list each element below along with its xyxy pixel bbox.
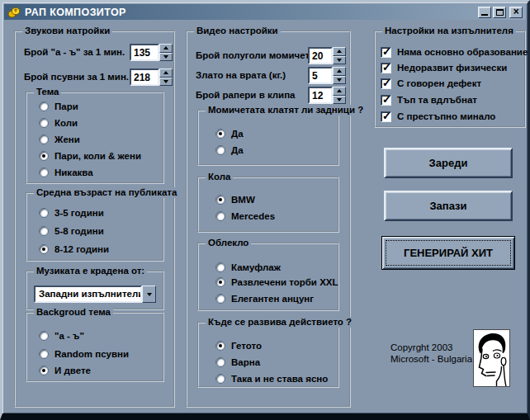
aa-spin-up-button[interactable]: [159, 44, 173, 53]
option-label: С говорен дефект: [397, 78, 481, 88]
gold-spin-down-button[interactable]: [333, 76, 346, 85]
radio-clothing-camouflage[interactable]: Камуфлаж: [215, 262, 281, 273]
radio-theme-women[interactable]: Жени: [39, 134, 80, 145]
group-background-theme-title: Backgroud тема: [34, 307, 113, 318]
checkbox-underdeveloped[interactable]: Недоразвит физически: [381, 62, 507, 73]
generate-hit-button[interactable]: ГЕНЕРИРАЙ ХИТ: [381, 236, 515, 270]
curses-count-value: 218: [134, 72, 150, 83]
group-artist-title: Настройки на изпълнителя: [382, 26, 516, 36]
load-button[interactable]: Зареди: [384, 148, 513, 178]
combobox-dropdown-button[interactable]: [142, 286, 156, 303]
group-car: Кола BMW Mercedes: [197, 177, 339, 233]
aa-spin-down-button[interactable]: [159, 53, 173, 62]
triangle-up-icon: [337, 50, 342, 53]
option-label: "а - ъ": [54, 331, 84, 341]
radio-icon: [39, 151, 49, 161]
aa-count-input[interactable]: 135: [130, 44, 159, 61]
option-label: Няма основно образование: [397, 47, 528, 57]
gold-kg-label: Злато на врата (кг.): [196, 70, 286, 80]
combobox-value: Западни изпълнители: [34, 286, 142, 303]
chevron-down-icon: [147, 293, 152, 296]
option-label: Варна: [231, 357, 260, 367]
combobox-selected-text: Западни изпълнители: [39, 289, 142, 299]
curses-count-input[interactable]: 218: [130, 68, 159, 86]
save-button[interactable]: Запази: [384, 191, 513, 221]
radio-icon: [215, 357, 225, 367]
triangle-up-icon: [163, 71, 168, 74]
group-background-theme: Backgroud тема "а - ъ" Random псувни И д…: [26, 312, 164, 382]
radio-icon: [39, 349, 49, 359]
rappers-spin-down-button[interactable]: [333, 96, 346, 105]
radio-car-mercedes[interactable]: Mercedes: [215, 210, 275, 222]
radio-age-3-5[interactable]: 3-5 години: [39, 207, 104, 219]
radio-theme-none[interactable]: Никаква: [39, 167, 93, 178]
radio-theme-money[interactable]: Пари: [39, 101, 78, 112]
rappers-count-input[interactable]: 12: [308, 87, 333, 104]
radio-icon: [215, 211, 225, 221]
checkbox-criminal-record[interactable]: С престъпно минало: [381, 111, 495, 122]
checkbox-icon: [381, 63, 391, 73]
radio-bg-both[interactable]: И двете: [39, 365, 91, 376]
close-button[interactable]: ×: [509, 7, 523, 18]
girls-spin-down-button[interactable]: [333, 56, 346, 65]
triangle-down-icon: [337, 59, 342, 62]
girls-spin-up-button[interactable]: [333, 47, 346, 56]
radio-icon: [39, 134, 49, 144]
checkbox-dumb[interactable]: Тъп та вдлъбнат: [381, 94, 477, 106]
minimize-button[interactable]: [478, 7, 491, 18]
group-music-stolen-from: Музиката е крадена от: Западни изпълните…: [26, 271, 164, 310]
curses-count-spinner: 218: [130, 68, 173, 86]
maximize-button[interactable]: [493, 7, 506, 18]
radio-setting-unclear[interactable]: Така и не става ясно: [215, 373, 328, 385]
radio-icon: [39, 226, 49, 236]
option-label: Камуфлаж: [231, 262, 281, 272]
group-artist-settings: Настройки на изпълнителя Няма основно об…: [374, 31, 526, 128]
radio-setting-ghetto[interactable]: Гетото: [215, 340, 262, 352]
group-audience-age-title: Средна възраст на публиката: [34, 187, 179, 198]
radio-age-5-8[interactable]: 5-8 години: [39, 225, 104, 237]
radio-icon: [39, 208, 49, 218]
option-label: 5-8 години: [54, 226, 104, 236]
triangle-up-icon: [163, 46, 168, 50]
radio-icon: [215, 129, 225, 139]
cartoon-face-image: [473, 329, 510, 387]
option-label: Недоразвит физически: [397, 63, 507, 73]
radio-theme-cars[interactable]: Коли: [39, 117, 78, 129]
option-label: Коли: [54, 118, 78, 128]
gold-spin-up-button[interactable]: [333, 67, 346, 76]
curses-spin-up-button[interactable]: [159, 68, 173, 78]
radio-icon: [39, 101, 49, 111]
girls-count-value: 20: [312, 50, 323, 62]
group-clothing: Облекло Камуфлаж Развлечени торби XXL Ел…: [197, 243, 339, 311]
radio-setting-varna[interactable]: Варна: [215, 356, 260, 368]
rappers-count-spinner: 12: [308, 87, 346, 104]
radio-clothing-tracksuit[interactable]: Елегантен анцунг: [215, 293, 314, 304]
gold-kg-input[interactable]: 5: [308, 67, 333, 84]
rappers-spin-up-button[interactable]: [333, 87, 346, 96]
music-source-combobox[interactable]: Западни изпълнители: [34, 286, 156, 303]
radio-booty-yes-1[interactable]: Да: [215, 128, 244, 139]
radio-age-8-12[interactable]: 8-12 години: [39, 243, 109, 255]
radio-car-bmw[interactable]: BMW: [215, 194, 255, 205]
radio-bg-aa[interactable]: "а - ъ": [39, 330, 84, 342]
radio-clothing-baggy-xxl[interactable]: Развлечени торби XXL: [215, 276, 338, 288]
radio-theme-money-cars-women[interactable]: Пари, коли & жени: [39, 150, 141, 162]
gold-kg-value: 5: [312, 70, 318, 82]
girls-count-input[interactable]: 20: [308, 47, 333, 64]
group-booty-shake: Момичетата клатят ли задници ? Да Да: [197, 110, 339, 166]
minimize-icon: [481, 14, 488, 16]
radio-icon: [215, 145, 225, 155]
checkbox-no-education[interactable]: Няма основно образование: [381, 46, 528, 58]
radio-booty-yes-2[interactable]: Да: [215, 144, 244, 156]
aa-count-value: 135: [134, 47, 150, 59]
triangle-down-icon: [337, 78, 342, 82]
radio-icon: [215, 262, 225, 272]
option-label: И двете: [54, 366, 91, 375]
checkbox-speech-defect[interactable]: С говорен дефект: [381, 78, 481, 89]
radio-bg-random-curses[interactable]: Random псувни: [39, 348, 129, 360]
radio-icon: [39, 244, 49, 254]
radio-icon: [215, 277, 225, 287]
triangle-down-icon: [337, 98, 342, 101]
curses-spin-down-button[interactable]: [159, 78, 173, 87]
titlebar[interactable]: РАП КОМПОЗИТОР ×: [4, 4, 526, 20]
